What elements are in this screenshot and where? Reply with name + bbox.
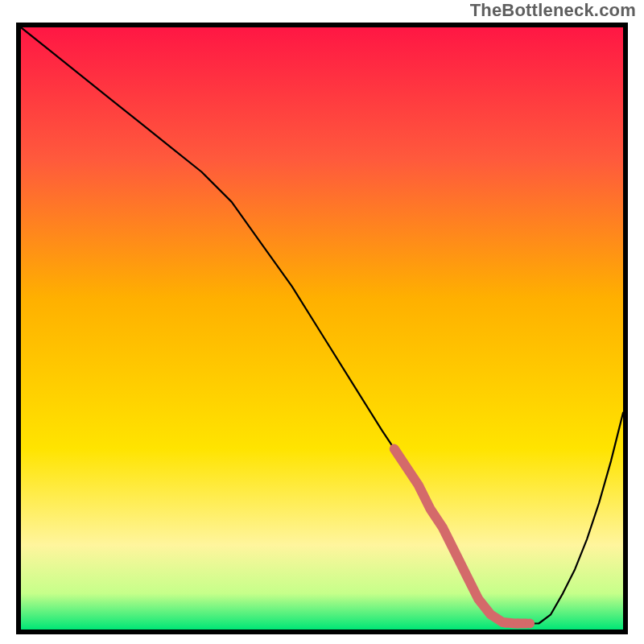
gradient-background	[21, 27, 623, 630]
highlight-dot	[501, 618, 510, 628]
highlight-dot	[525, 619, 535, 629]
highlight-dot	[513, 619, 522, 629]
plot-svg	[21, 27, 623, 630]
plot-frame	[16, 23, 628, 634]
watermark-text: TheBottleneck.com	[470, 0, 636, 21]
chart-container: TheBottleneck.com	[0, 0, 644, 644]
